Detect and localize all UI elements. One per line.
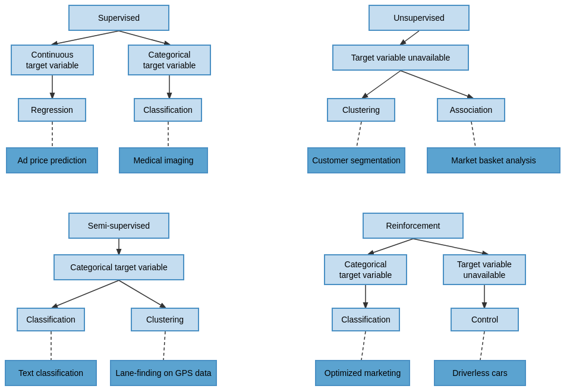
svg-line-9 bbox=[357, 122, 361, 147]
text-class-label: Text classification bbox=[18, 368, 83, 378]
target-unavail-top-label: Target variable unavailable bbox=[351, 52, 451, 63]
classification-semi-box: Classification bbox=[17, 308, 85, 331]
categorical-top-box: Categoricaltarget variable bbox=[128, 45, 211, 75]
unsupervised-label: Unsupervised bbox=[393, 12, 445, 23]
clustering-top-box: Clustering bbox=[327, 98, 395, 122]
association-label: Association bbox=[450, 105, 493, 115]
text-class-box: Text classification bbox=[5, 360, 97, 386]
customer-seg-label: Customer segmentation bbox=[312, 155, 401, 166]
clustering-semi-box: Clustering bbox=[131, 308, 199, 331]
unsupervised-box: Unsupervised bbox=[369, 5, 470, 31]
continuous-box: Continuoustarget variable bbox=[11, 45, 94, 75]
svg-line-1 bbox=[119, 31, 169, 45]
main-diagram: Supervised Continuoustarget variable Cat… bbox=[0, 0, 570, 392]
svg-line-10 bbox=[471, 122, 475, 147]
lane-finding-label: Lane-finding on GPS data bbox=[115, 368, 211, 378]
svg-line-8 bbox=[401, 71, 473, 98]
svg-line-20 bbox=[361, 331, 366, 360]
categorical-reinf-box: Categoricaltarget variable bbox=[324, 254, 407, 285]
association-box: Association bbox=[437, 98, 505, 122]
control-label: Control bbox=[471, 314, 498, 325]
categorical-top-label: Categoricaltarget variable bbox=[143, 49, 196, 71]
svg-line-21 bbox=[480, 331, 484, 360]
target-unavail-reinf-box: Target variableunavailable bbox=[443, 254, 526, 285]
target-unavail-reinf-label: Target variableunavailable bbox=[457, 259, 512, 280]
supervised-label: Supervised bbox=[98, 12, 140, 23]
classification-top-label: Classification bbox=[143, 105, 192, 115]
svg-line-17 bbox=[413, 239, 487, 254]
svg-line-15 bbox=[163, 331, 165, 360]
svg-line-13 bbox=[119, 280, 165, 308]
customer-seg-box: Customer segmentation bbox=[307, 147, 405, 173]
clustering-semi-label: Clustering bbox=[146, 314, 184, 325]
svg-line-16 bbox=[369, 239, 413, 254]
categorical-semi-box: Categorical target variable bbox=[53, 254, 184, 280]
lane-finding-box: Lane-finding on GPS data bbox=[110, 360, 217, 386]
svg-line-7 bbox=[363, 71, 401, 98]
continuous-label: Continuoustarget variable bbox=[26, 49, 79, 71]
ad-price-box: Ad price prediction bbox=[6, 147, 98, 173]
svg-line-12 bbox=[52, 280, 119, 308]
regression-box: Regression bbox=[18, 98, 86, 122]
target-unavail-top-box: Target variable unavailable bbox=[332, 45, 469, 71]
categorical-semi-label: Categorical target variable bbox=[70, 262, 167, 273]
svg-line-6 bbox=[401, 31, 419, 45]
optimized-mkt-box: Optimized marketing bbox=[315, 360, 410, 386]
medical-imaging-box: Medical imaging bbox=[119, 147, 208, 173]
semi-supervised-box: Semi-supervised bbox=[68, 213, 169, 239]
supervised-box: Supervised bbox=[68, 5, 169, 31]
classification-semi-label: Classification bbox=[26, 314, 75, 325]
driverless-cars-box: Driverless cars bbox=[434, 360, 526, 386]
regression-label: Regression bbox=[31, 105, 73, 115]
driverless-cars-label: Driverless cars bbox=[452, 368, 508, 378]
market-basket-label: Market basket analysis bbox=[451, 155, 536, 166]
classification-reinf-label: Classification bbox=[341, 314, 390, 325]
semi-supervised-label: Semi-supervised bbox=[88, 220, 150, 231]
clustering-top-label: Clustering bbox=[342, 105, 380, 115]
reinforcement-label: Reinforcement bbox=[386, 220, 440, 231]
categorical-reinf-label: Categoricaltarget variable bbox=[339, 259, 392, 280]
reinforcement-box: Reinforcement bbox=[363, 213, 464, 239]
classification-top-box: Classification bbox=[134, 98, 202, 122]
market-basket-box: Market basket analysis bbox=[427, 147, 560, 173]
ad-price-label: Ad price prediction bbox=[18, 155, 87, 166]
control-box: Control bbox=[451, 308, 519, 331]
medical-imaging-label: Medical imaging bbox=[133, 155, 193, 166]
svg-line-0 bbox=[52, 31, 119, 45]
classification-reinf-box: Classification bbox=[332, 308, 400, 331]
optimized-mkt-label: Optimized marketing bbox=[325, 368, 401, 378]
